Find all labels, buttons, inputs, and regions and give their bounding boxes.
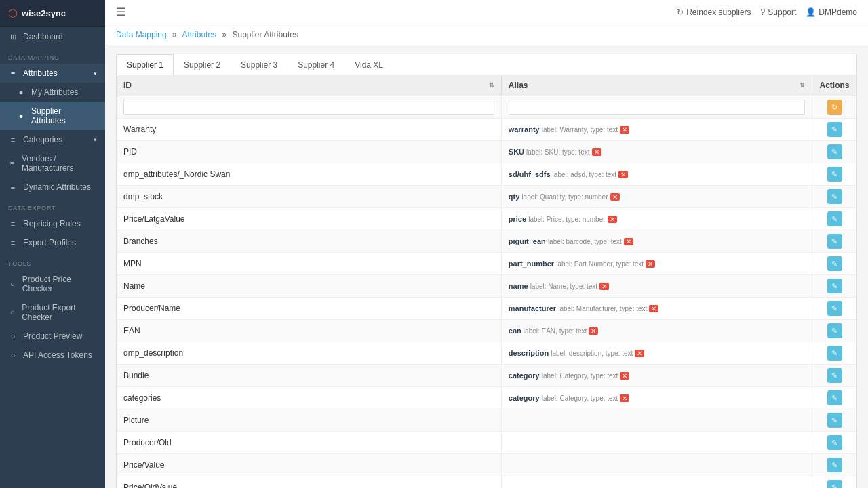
sort-icon[interactable]: ⇅ <box>489 82 494 89</box>
sidebar-section-data-mapping: DATA MAPPING <box>0 46 105 64</box>
id-cell: Producer/Old <box>117 432 501 454</box>
tab-vida-xl[interactable]: Vida XL <box>344 54 393 75</box>
id-cell: dmp_description <box>117 342 501 365</box>
edit-button[interactable]: ✎ <box>827 413 842 428</box>
table-row: MPNpart_number label: Part Number, type:… <box>117 253 856 275</box>
tab-supplier-4[interactable]: Supplier 4 <box>288 54 344 75</box>
alias-cell <box>501 432 812 454</box>
sidebar-section-data-export: DATA EXPORT <box>0 197 105 214</box>
table-row: Bundlecategory label: Category, type: te… <box>117 365 856 387</box>
actions-cell: ✎ <box>812 342 856 365</box>
actions-cell: ✎ <box>812 230 856 253</box>
sidebar-item-price-checker[interactable]: ○ Product Price Checker <box>0 270 105 298</box>
support-button[interactable]: ? Support <box>761 7 797 17</box>
actions-cell: ✎ <box>812 275 856 298</box>
reindex-suppliers-button[interactable]: ↻ Reindex suppliers <box>677 7 751 17</box>
alias-meta: label: description, type: text <box>551 350 633 357</box>
edit-button[interactable]: ✎ <box>827 346 842 361</box>
alias-name: SKU <box>509 148 524 156</box>
edit-button[interactable]: ✎ <box>827 458 842 472</box>
actions-cell: ✎ <box>812 141 856 163</box>
edit-button[interactable]: ✎ <box>827 144 842 159</box>
alias-cell: manufacturer label: Manufacturer, type: … <box>501 298 812 320</box>
actions-cell: ✎ <box>812 119 856 141</box>
sidebar-item-label: Product Export Checker <box>22 303 97 322</box>
alias-meta: label: Name, type: text <box>530 283 598 290</box>
alias-delete-icon[interactable]: ✕ <box>599 283 609 290</box>
alias-delete-icon[interactable]: ✕ <box>624 238 633 245</box>
breadcrumb-data-mapping[interactable]: Data Mapping <box>116 30 167 39</box>
alias-cell: part_number label: Part Number, type: te… <box>501 253 812 275</box>
sidebar-item-export-checker[interactable]: ○ Product Export Checker <box>0 298 105 327</box>
edit-button[interactable]: ✎ <box>827 256 842 271</box>
alias-name: name <box>509 282 528 290</box>
topbar-right: ↻ Reindex suppliers ? Support 👤 DMPdemo <box>677 7 857 17</box>
edit-button[interactable]: ✎ <box>827 368 842 383</box>
alias-name: ean <box>509 327 521 335</box>
alias-filter-input[interactable] <box>509 100 805 115</box>
sidebar-item-dynamic-attributes[interactable]: ≡ Dynamic Attributes <box>0 178 105 197</box>
sidebar: ⬡ wise2sync ⊞ Dashboard DATA MAPPING ≡ A… <box>0 0 105 488</box>
refresh-button[interactable]: ↻ <box>827 100 842 115</box>
sidebar-item-attributes[interactable]: ≡ Attributes ▾ <box>0 64 105 83</box>
sidebar-item-api-tokens[interactable]: ○ API Access Tokens <box>0 346 105 365</box>
sidebar-item-product-preview[interactable]: ○ Product Preview <box>0 327 105 346</box>
alias-name: qty <box>509 192 520 201</box>
content-area: Supplier 1 Supplier 2 Supplier 3 Supplie… <box>105 45 868 488</box>
edit-button[interactable]: ✎ <box>827 234 842 249</box>
sidebar-item-label: Vendors / Manufacturers <box>22 154 97 173</box>
id-cell: MPN <box>117 253 501 275</box>
alias-meta: label: Price, type: number <box>528 216 605 223</box>
topbar: ☰ ↻ Reindex suppliers ? Support 👤 DMPdem… <box>105 0 868 24</box>
sidebar-item-label: Dashboard <box>23 32 63 41</box>
alias-delete-icon[interactable]: ✕ <box>646 260 655 268</box>
alias-delete-icon[interactable]: ✕ <box>635 350 644 357</box>
hamburger-icon[interactable]: ☰ <box>116 5 125 18</box>
alias-delete-icon[interactable]: ✕ <box>610 193 620 201</box>
actions-cell: ✎ <box>812 454 856 476</box>
edit-button[interactable]: ✎ <box>827 279 842 293</box>
edit-button[interactable]: ✎ <box>827 480 842 488</box>
tab-supplier-3[interactable]: Supplier 3 <box>231 54 288 75</box>
edit-button[interactable]: ✎ <box>827 301 842 316</box>
alias-delete-icon[interactable]: ✕ <box>649 305 658 312</box>
alias-delete-icon[interactable]: ✕ <box>620 372 629 380</box>
price-checker-icon: ○ <box>8 279 17 289</box>
id-filter-input[interactable] <box>123 100 494 115</box>
sidebar-item-repricing-rules[interactable]: ≡ Repricing Rules <box>0 214 105 233</box>
table-row: Producer/Namemanufacturer label: Manufac… <box>117 298 856 320</box>
alias-delete-icon[interactable]: ✕ <box>618 171 628 178</box>
alias-delete-icon[interactable]: ✕ <box>620 126 629 134</box>
export-checker-icon: ○ <box>8 308 16 317</box>
tab-supplier-1[interactable]: Supplier 1 <box>117 54 174 75</box>
breadcrumb-attributes[interactable]: Attributes <box>182 30 216 39</box>
sidebar-item-categories[interactable]: ≡ Categories ▾ <box>0 130 105 149</box>
sort-icon-alias[interactable]: ⇅ <box>800 82 805 89</box>
sidebar-item-dashboard[interactable]: ⊞ Dashboard <box>0 27 105 46</box>
alias-delete-icon[interactable]: ✕ <box>589 327 598 335</box>
alias-delete-icon[interactable]: ✕ <box>608 216 617 223</box>
edit-button[interactable]: ✎ <box>827 167 842 182</box>
my-attributes-icon: ● <box>16 87 26 97</box>
sidebar-item-vendors[interactable]: ≡ Vendors / Manufacturers <box>0 149 105 178</box>
alias-delete-icon[interactable]: ✕ <box>620 394 629 402</box>
edit-button[interactable]: ✎ <box>827 323 842 338</box>
edit-button[interactable]: ✎ <box>827 189 842 204</box>
filter-row: ↻ <box>117 96 856 119</box>
edit-button[interactable]: ✎ <box>827 122 842 137</box>
sidebar-item-supplier-attributes[interactable]: ● Supplier Attributes <box>0 102 105 130</box>
sidebar-item-export-profiles[interactable]: ≡ Export Profiles <box>0 233 105 252</box>
tab-supplier-2[interactable]: Supplier 2 <box>174 54 231 75</box>
table-row: Warrantywarranty label: Warranty, type: … <box>117 119 856 141</box>
user-menu[interactable]: 👤 DMPdemo <box>806 7 857 17</box>
table-row: dmp_descriptiondescription label: descri… <box>117 342 856 365</box>
edit-button[interactable]: ✎ <box>827 211 842 226</box>
id-cell: dmp_attributes/_Nordic Swan <box>117 163 501 186</box>
repricing-icon: ≡ <box>8 219 18 228</box>
supplier-attributes-icon: ● <box>16 111 26 121</box>
sidebar-item-my-attributes[interactable]: ● My Attributes <box>0 83 105 102</box>
alias-delete-icon[interactable]: ✕ <box>592 148 601 156</box>
table-row: Price/LatgaValueprice label: Price, type… <box>117 208 856 230</box>
edit-button[interactable]: ✎ <box>827 390 842 405</box>
edit-button[interactable]: ✎ <box>827 435 842 450</box>
